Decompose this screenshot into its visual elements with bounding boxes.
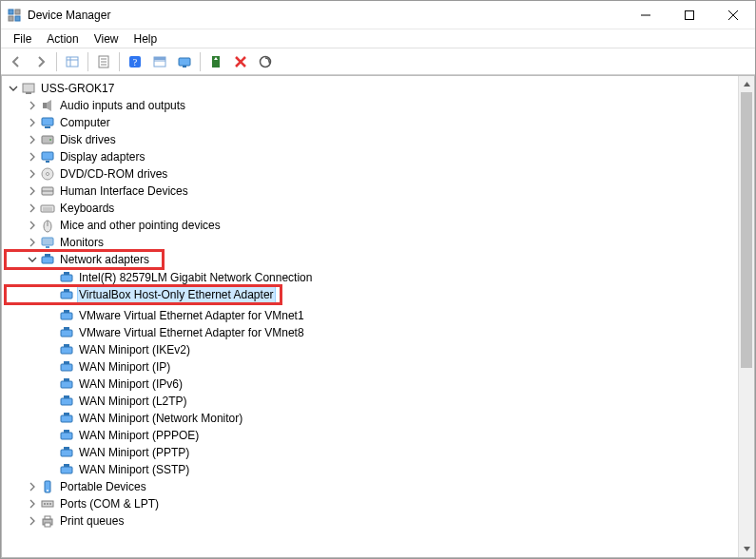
- svg-rect-0: [9, 10, 13, 14]
- chevron-down-icon[interactable]: [25, 252, 40, 267]
- svg-point-89: [47, 490, 48, 492]
- window-title: Device Manager: [28, 9, 624, 22]
- network-adapter-icon: [59, 445, 74, 460]
- toolbar-separator: [119, 52, 120, 71]
- tree-root-node[interactable]: USS-GROK17: [6, 80, 754, 97]
- vertical-scrollbar[interactable]: [738, 76, 754, 557]
- tree-device-node[interactable]: WAN Miniport (IP): [6, 358, 754, 376]
- update-driver-button[interactable]: [173, 50, 196, 73]
- tree-device-node[interactable]: WAN Miniport (IPv6): [6, 376, 754, 393]
- tree-device-label: WAN Miniport (Network Monitor): [78, 410, 243, 427]
- tree-category-dvd[interactable]: DVD/CD-ROM drives: [6, 165, 754, 183]
- chevron-right-icon[interactable]: [25, 183, 40, 199]
- network-adapter-icon: [59, 462, 74, 477]
- chevron-right-icon[interactable]: [25, 479, 40, 494]
- menu-action[interactable]: Action: [40, 31, 85, 47]
- tree-category-keyboard[interactable]: Keyboards: [6, 200, 754, 217]
- svg-point-35: [49, 139, 51, 141]
- menu-view[interactable]: View: [87, 31, 126, 47]
- chevron-right-icon[interactable]: [25, 235, 40, 250]
- scan-hardware-button[interactable]: [254, 50, 277, 73]
- menu-help[interactable]: Help: [127, 31, 165, 47]
- chevron-right-icon[interactable]: [25, 98, 40, 113]
- tree-category-disk[interactable]: Disk drives: [6, 131, 754, 148]
- tree-category-label: Disk drives: [59, 131, 117, 148]
- tree-category-audio[interactable]: Audio inputs and outputs: [6, 97, 754, 114]
- tree-category-hid[interactable]: Human Interface Devices: [6, 183, 754, 200]
- chevron-right-icon[interactable]: [25, 218, 40, 233]
- tree-category-label: Audio inputs and outputs: [59, 97, 186, 114]
- scroll-down-button[interactable]: [739, 541, 754, 557]
- device-tree[interactable]: USS-GROK17Audio inputs and outputsComput…: [6, 80, 754, 530]
- tree-device-node[interactable]: VirtualBox Host-Only Ethernet Adapter: [6, 286, 281, 303]
- properties-button[interactable]: [92, 50, 115, 73]
- tree-device-node[interactable]: WAN Miniport (L2TP): [6, 393, 754, 410]
- chevron-right-icon[interactable]: [25, 115, 40, 130]
- tree-category-label: Portable Devices: [59, 478, 147, 495]
- tree-category-portable[interactable]: Portable Devices: [6, 478, 754, 495]
- spacer: [44, 428, 59, 443]
- tree-category-monitor[interactable]: Monitors: [6, 234, 754, 251]
- menu-file[interactable]: File: [7, 31, 38, 47]
- device-tree-pane[interactable]: USS-GROK17Audio inputs and outputsComput…: [1, 75, 755, 558]
- show-hidden-button[interactable]: [61, 50, 84, 73]
- chevron-right-icon[interactable]: [25, 132, 40, 147]
- tree-category-label: DVD/CD-ROM drives: [59, 165, 168, 183]
- svg-rect-85: [61, 467, 72, 473]
- chevron-down-icon[interactable]: [6, 81, 21, 96]
- disable-button[interactable]: [229, 50, 252, 73]
- svg-marker-97: [744, 82, 750, 87]
- tree-device-node[interactable]: WAN Miniport (PPTP): [6, 444, 754, 461]
- tree-device-node[interactable]: WAN Miniport (PPPOE): [6, 427, 754, 444]
- tree-category-mouse[interactable]: Mice and other pointing devices: [6, 217, 754, 234]
- svg-rect-64: [61, 347, 72, 354]
- tree-device-node[interactable]: VMware Virtual Ethernet Adapter for VMne…: [6, 324, 754, 341]
- tree-device-node[interactable]: Intel(R) 82579LM Gigabit Network Connect…: [6, 269, 754, 286]
- tree-category-display[interactable]: Display adapters: [6, 148, 754, 165]
- spacer: [44, 325, 59, 340]
- tree-category-ports[interactable]: Ports (COM & LPT): [6, 495, 754, 512]
- tree-category-computer[interactable]: Computer: [6, 114, 754, 131]
- scroll-track[interactable]: [739, 92, 754, 541]
- minimize-button[interactable]: [624, 1, 668, 29]
- svg-rect-32: [42, 118, 53, 125]
- svg-rect-49: [42, 257, 53, 263]
- tree-category-label: Monitors: [59, 234, 105, 251]
- svg-rect-34: [42, 136, 53, 144]
- tree-device-label: VMware Virtual Ethernet Adapter for VMne…: [78, 324, 305, 341]
- dvd-icon: [40, 166, 55, 182]
- svg-rect-95: [45, 516, 50, 519]
- tree-category-network[interactable]: Network adapters: [6, 251, 163, 268]
- tree-device-label: VirtualBox Host-Only Ethernet Adapter: [78, 286, 275, 303]
- chevron-right-icon[interactable]: [25, 149, 40, 164]
- menubar: File Action View Help: [1, 29, 755, 48]
- spacer: [44, 359, 59, 375]
- chevron-right-icon[interactable]: [25, 166, 40, 182]
- uninstall-button[interactable]: [204, 50, 227, 73]
- tree-device-node[interactable]: VMware Virtual Ethernet Adapter for VMne…: [6, 307, 754, 324]
- network-adapter-icon: [59, 287, 74, 302]
- chevron-right-icon[interactable]: [25, 201, 40, 216]
- tree-device-node[interactable]: WAN Miniport (SSTP): [6, 461, 754, 478]
- scroll-thumb[interactable]: [741, 92, 752, 368]
- svg-rect-21: [183, 66, 186, 67]
- scroll-up-button[interactable]: [739, 76, 754, 92]
- tree-category-label: Computer: [59, 114, 111, 131]
- chevron-right-icon[interactable]: [25, 496, 40, 511]
- tree-device-node[interactable]: WAN Miniport (Network Monitor): [6, 410, 754, 427]
- help-button[interactable]: ?: [124, 50, 146, 73]
- svg-rect-67: [61, 364, 72, 371]
- monitor-icon: [40, 235, 55, 250]
- back-button[interactable]: [5, 50, 28, 73]
- svg-rect-47: [42, 238, 53, 245]
- tree-device-node[interactable]: WAN Miniport (IKEv2): [6, 341, 754, 358]
- maximize-button[interactable]: [668, 1, 711, 29]
- forward-button[interactable]: [29, 50, 52, 73]
- svg-point-39: [47, 173, 49, 176]
- action-view-button[interactable]: [148, 50, 171, 73]
- tree-category-print[interactable]: Print queues: [6, 512, 754, 530]
- tree-device-label: WAN Miniport (SSTP): [78, 461, 190, 478]
- tree-device-label: VMware Virtual Ethernet Adapter for VMne…: [78, 307, 305, 324]
- close-button[interactable]: [711, 1, 755, 29]
- chevron-right-icon[interactable]: [25, 513, 40, 529]
